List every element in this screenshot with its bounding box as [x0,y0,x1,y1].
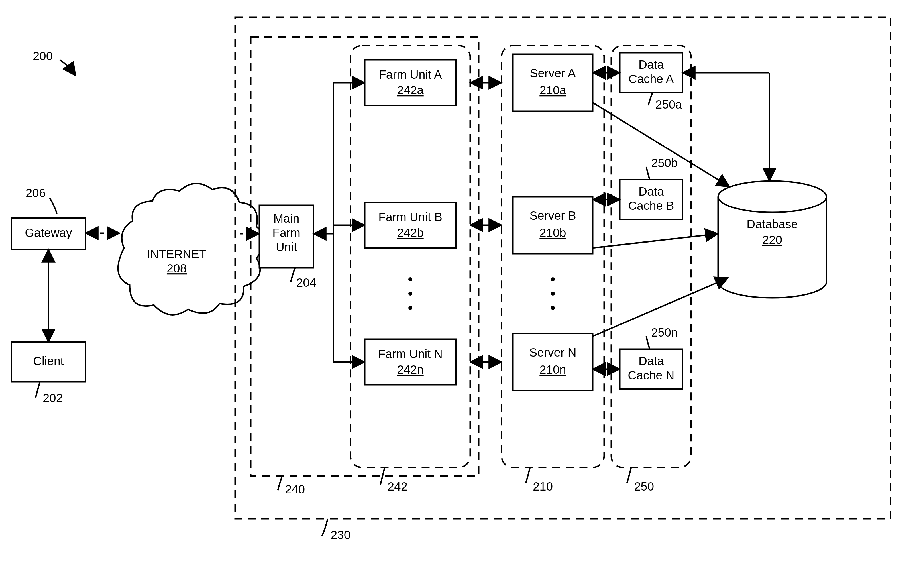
svg-text:Cache B: Cache B [628,199,674,212]
svg-text:210b: 210b [539,226,566,239]
svg-text:Data: Data [639,185,664,198]
ref-250n: 250n [646,326,678,349]
database-ref: 220 [762,233,782,247]
database-cylinder: Database 220 [718,181,826,298]
svg-text:230: 230 [331,528,350,541]
svg-text:Farm Unit N: Farm Unit N [378,347,442,360]
internet-ref: 208 [167,262,187,275]
svg-text:206: 206 [26,186,45,200]
svg-text:250: 250 [634,480,654,493]
svg-text:240: 240 [285,483,305,496]
svg-text:Cache N: Cache N [628,368,674,382]
ref-250a: 250a [648,93,682,111]
server-a-box: Server A 210a [513,54,593,111]
ref-206: 206 [26,186,57,214]
svg-text:210n: 210n [539,363,566,376]
internet-cloud: INTERNET 208 [118,184,264,315]
svg-text:242a: 242a [397,84,424,97]
svg-rect-19 [365,60,456,105]
svg-text:250n: 250n [651,326,678,339]
svg-text:242: 242 [387,480,407,493]
svg-text:Server N: Server N [529,346,576,359]
ref-204: 204 [290,268,316,289]
data-cache-a-box: Data Cache A [620,53,683,93]
figure-ref-label: 200 [33,49,53,63]
svg-point-41 [551,292,555,296]
svg-text:Data: Data [639,58,664,71]
svg-text:242b: 242b [397,226,423,239]
svg-text:Main: Main [273,212,299,225]
gateway-label: Gateway [25,226,72,239]
farm-column-dashed [350,45,470,467]
svg-text:210: 210 [533,480,553,493]
svg-rect-37 [513,333,593,391]
server-ellipsis [551,277,555,310]
ref-202: 202 [36,382,63,405]
svg-point-29 [408,292,412,296]
svg-text:Cache A: Cache A [629,72,674,86]
server-b-box: Server B 210b [513,197,593,254]
server-a-db-link [593,103,729,187]
svg-text:Unit: Unit [276,240,297,254]
svg-point-28 [408,277,412,281]
gateway-box: Gateway [11,218,86,249]
main-farm-unit-box: Main Farm Unit [259,205,313,268]
svg-text:Server B: Server B [529,209,576,222]
svg-rect-31 [513,54,593,111]
client-box: Client [11,342,86,382]
client-label: Client [33,354,64,368]
svg-rect-25 [365,339,456,385]
svg-text:250b: 250b [651,156,678,170]
internet-label: INTERNET [147,247,207,261]
database-label: Database [747,218,798,231]
svg-point-55 [718,181,826,212]
figure-ref: 200 [33,49,76,76]
server-n-box: Server N 210n [513,333,593,391]
ref-242: 242 [381,467,407,493]
svg-text:242n: 242n [397,363,423,376]
svg-point-30 [408,306,412,310]
mainfarm-distribution [313,82,365,362]
data-cache-b-box: Data Cache B [620,179,683,220]
farm-unit-n-box: Farm Unit N 242n [365,339,456,385]
ref-210: 210 [526,467,553,493]
ref-230: 230 [322,519,350,541]
ref-250: 250 [627,467,654,493]
svg-point-42 [551,306,555,310]
ref-240: 240 [278,476,305,496]
svg-text:210a: 210a [539,84,566,97]
svg-text:Farm: Farm [273,226,300,239]
svg-text:202: 202 [43,391,63,405]
svg-rect-34 [513,197,593,254]
svg-text:Data: Data [639,354,664,368]
svg-text:Server A: Server A [530,66,576,80]
farm-ellipsis [408,277,412,310]
svg-rect-22 [365,202,456,248]
svg-text:Farm Unit A: Farm Unit A [379,68,442,81]
farm-unit-b-box: Farm Unit B 242b [365,202,456,248]
ref-250b: 250b [646,156,678,179]
farm-unit-a-box: Farm Unit A 242a [365,60,456,105]
svg-point-40 [551,277,555,281]
svg-text:250a: 250a [655,98,682,111]
svg-text:204: 204 [296,276,316,289]
data-cache-n-box: Data Cache N [620,349,683,389]
svg-text:Farm Unit B: Farm Unit B [378,210,442,224]
